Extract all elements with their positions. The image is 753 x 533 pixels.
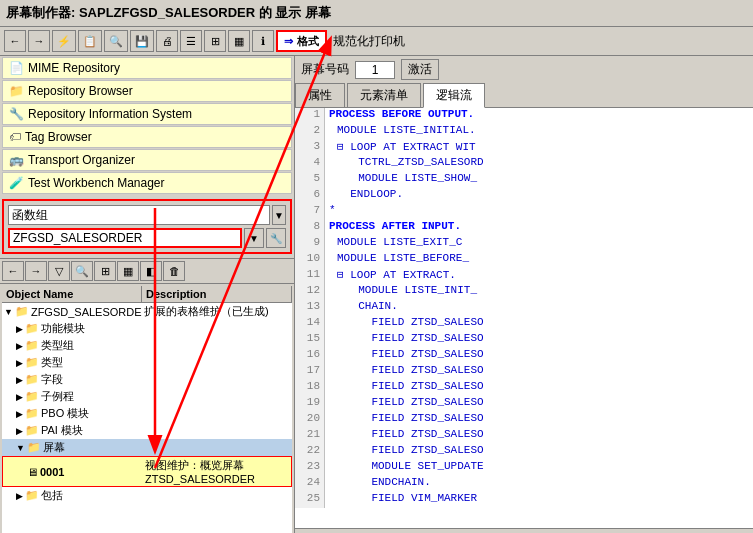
line-num-23: 23 — [295, 460, 325, 476]
line-num-2: 2 — [295, 124, 325, 140]
tree-node-pai-desc — [142, 430, 292, 432]
toolbar-btn-4[interactable]: 💾 — [130, 30, 154, 52]
line-num-16: 16 — [295, 348, 325, 364]
tree-node-sub-label: 子例程 — [41, 389, 74, 404]
sec-filter-btn[interactable]: ▽ — [48, 261, 70, 281]
tree-col2-header: Description — [142, 286, 292, 302]
toolbar-btn-2[interactable]: 📋 — [78, 30, 102, 52]
screen-info-bar: 屏幕号码 激活 — [295, 56, 753, 83]
sec-find-btn[interactable]: 🔍 — [71, 261, 93, 281]
expand-icon-field: ▶ — [16, 375, 23, 385]
back-button[interactable]: ← — [4, 30, 26, 52]
line-num-5: 5 — [295, 172, 325, 188]
menu-item-transport[interactable]: 🚌 Transport Organizer — [2, 149, 292, 171]
line-code-3: ⊟ LOOP AT EXTRACT WIT — [325, 140, 476, 156]
toolbar-btn-5[interactable]: 🖨 — [156, 30, 178, 52]
tab-properties[interactable]: 属性 — [295, 83, 345, 107]
toolbar-btn-1[interactable]: ⚡ — [52, 30, 76, 52]
sec-collapse-btn[interactable]: ◧ — [140, 261, 162, 281]
tree-node-include-desc — [142, 495, 292, 497]
menu-item-repo-info[interactable]: 🔧 Repository Information System — [2, 103, 292, 125]
line-num-9: 9 — [295, 236, 325, 252]
line-num-22: 22 — [295, 444, 325, 460]
expand-icon-screen: ▼ — [16, 443, 25, 453]
line-num-13: 13 — [295, 300, 325, 316]
tab-elements[interactable]: 元素清单 — [347, 83, 421, 107]
tree-row-pai[interactable]: ▶ 📁 PAI 模块 — [2, 422, 292, 439]
code-line-13: 13 CHAIN. — [295, 300, 753, 316]
code-line-8: 8 PROCESS AFTER INPUT. — [295, 220, 753, 236]
code-line-14: 14 FIELD ZTSD_SALESO — [295, 316, 753, 332]
tabs-bar: 属性 元素清单 逻辑流 — [295, 83, 753, 108]
tree-row-func[interactable]: ▶ 📁 功能模块 — [2, 320, 292, 337]
menu-item-tag[interactable]: 🏷 Tag Browser — [2, 126, 292, 148]
line-num-21: 21 — [295, 428, 325, 444]
line-num-4: 4 — [295, 156, 325, 172]
forward-button[interactable]: → — [28, 30, 50, 52]
format-label: 格式 — [297, 34, 319, 49]
repo-browser-icon: 📁 — [9, 84, 24, 98]
tree-node-include-label: 包括 — [41, 488, 63, 503]
code-line-18: 18 FIELD ZTSD_SALESO — [295, 380, 753, 396]
screen-icon-0001: 🖥 — [27, 466, 38, 478]
screen-num-input[interactable] — [355, 61, 395, 79]
tree-node-root-desc: 扩展的表格维护（已生成) — [142, 303, 292, 320]
code-line-23: 23 MODULE SET_UPDATE — [295, 460, 753, 476]
line-num-14: 14 — [295, 316, 325, 332]
tree-row-type[interactable]: ▶ 📁 类型 — [2, 354, 292, 371]
menu-item-mime[interactable]: 📄 MIME Repository — [2, 57, 292, 79]
menu-item-repo-browser[interactable]: 📁 Repository Browser — [2, 80, 292, 102]
menu-item-test[interactable]: 🧪 Test Workbench Manager — [2, 172, 292, 194]
format-button[interactable]: ⇒ 格式 — [276, 30, 327, 52]
sec-forward-btn[interactable]: → — [25, 261, 47, 281]
func-group-dropdown[interactable]: ▼ — [272, 205, 286, 225]
tree-row-root[interactable]: ▼ 📁 ZFGSD_SALESORDER 扩展的表格维护（已生成) — [2, 303, 292, 320]
expand-icon-type: ▶ — [16, 358, 23, 368]
folder-icon-type: 📁 — [25, 356, 39, 369]
code-line-9: 9 MODULE LISTE_EXIT_C — [295, 236, 753, 252]
code-line-11: 11 ⊟ LOOP AT EXTRACT. — [295, 268, 753, 284]
expand-icon-include: ▶ — [16, 491, 23, 501]
tree-row-sub[interactable]: ▶ 📁 子例程 — [2, 388, 292, 405]
tree-node-type-label: 类型 — [41, 355, 63, 370]
line-num-12: 12 — [295, 284, 325, 300]
toolbar-btn-3[interactable]: 🔍 — [104, 30, 128, 52]
func-group-area: ▼ ▼ 🔧 — [2, 199, 292, 254]
code-line-3: 3 ⊟ LOOP AT EXTRACT WIT — [295, 140, 753, 156]
tree-node-func-desc — [142, 328, 292, 330]
line-code-15: FIELD ZTSD_SALESO — [325, 332, 484, 348]
menu-item-tag-label: Tag Browser — [25, 130, 92, 144]
tree-node-screen-desc — [142, 447, 292, 449]
tree-row-pbo[interactable]: ▶ 📁 PBO 模块 — [2, 405, 292, 422]
toolbar-btn-7[interactable]: ⊞ — [204, 30, 226, 52]
toolbar-btn-9[interactable]: ℹ — [252, 30, 274, 52]
title-bar: 屏幕制作器: SAPLZFGSD_SALESORDER 的 显示 屏幕 — [0, 0, 753, 27]
func-group-input[interactable] — [8, 205, 270, 225]
right-panel: 屏幕号码 激活 属性 元素清单 逻辑流 1 PROCESS BEFORE OUT… — [295, 56, 753, 533]
sec-expand-btn[interactable]: ▦ — [117, 261, 139, 281]
tree-row-field[interactable]: ▶ 📁 字段 — [2, 371, 292, 388]
sec-back-btn[interactable]: ← — [2, 261, 24, 281]
code-line-17: 17 FIELD ZTSD_SALESO — [295, 364, 753, 380]
salesorder-input[interactable] — [8, 228, 242, 248]
folder-icon-pai: 📁 — [25, 424, 39, 437]
tab-logic[interactable]: 逻辑流 — [423, 83, 485, 108]
status-bar: https://bbs.csdn.net/topics/ — [295, 528, 753, 533]
tree-row-0001[interactable]: 🖥 0001 视图维护：概览屏幕 ZTSD_SALESORDER — [2, 456, 292, 487]
line-num-17: 17 — [295, 364, 325, 380]
sec-refresh-btn[interactable]: 🗑 — [163, 261, 185, 281]
tree-header: Object Name Description — [2, 286, 292, 303]
salesorder-btn-1[interactable]: ▼ — [244, 228, 264, 248]
tree-row-screen[interactable]: ▼ 📁 屏幕 — [2, 439, 292, 456]
tag-icon: 🏷 — [9, 130, 21, 144]
sec-grid-btn[interactable]: ⊞ — [94, 261, 116, 281]
salesorder-btn-2[interactable]: 🔧 — [266, 228, 286, 248]
line-code-1: PROCESS BEFORE OUTPUT. — [325, 108, 474, 124]
toolbar-btn-8[interactable]: ▦ — [228, 30, 250, 52]
code-line-12: 12 MODULE LISTE_INIT_ — [295, 284, 753, 300]
code-area[interactable]: 1 PROCESS BEFORE OUTPUT. 2 MODULE LISTE_… — [295, 108, 753, 528]
tree-node-field-desc — [142, 379, 292, 381]
tree-row-include[interactable]: ▶ 📁 包括 — [2, 487, 292, 504]
tree-row-typegroup[interactable]: ▶ 📁 类型组 — [2, 337, 292, 354]
toolbar-btn-6[interactable]: ☰ — [180, 30, 202, 52]
